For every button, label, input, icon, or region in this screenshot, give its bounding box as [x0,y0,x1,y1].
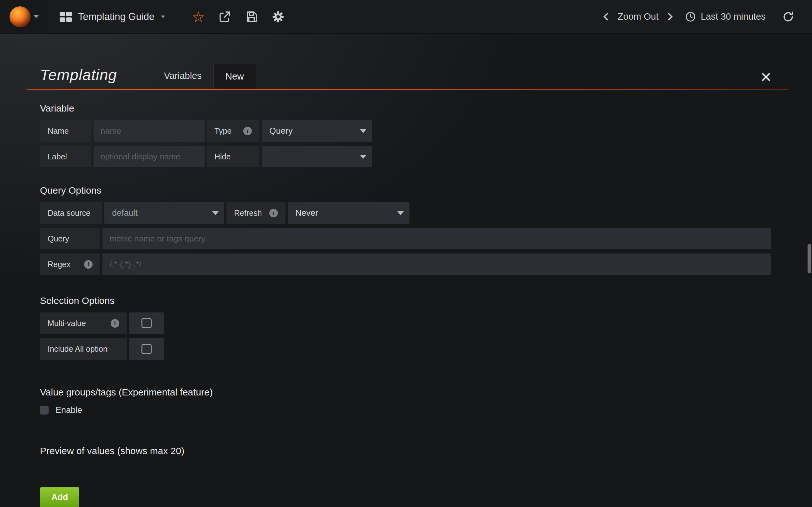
dashboard-grid-icon [60,12,72,22]
preview-section: Preview of values (shows max 20) [40,446,771,456]
hide-label: Hide [207,146,259,167]
navbar-actions: ☆ [177,0,299,33]
time-shift-right-icon[interactable] [665,13,673,20]
dashboard-picker[interactable]: Templating Guide [48,0,177,33]
info-icon[interactable]: i [243,127,252,135]
chevron-down-icon [34,15,39,18]
navbar-time-controls: Zoom Out Last 30 minutes [605,0,812,33]
type-label-text: Type [214,126,232,135]
chevron-down-icon [360,155,366,159]
grafana-logo-icon [9,6,31,27]
include-all-checkbox[interactable] [129,338,164,360]
multi-value-checkbox[interactable] [129,313,164,334]
chevron-down-icon [161,15,165,18]
datasource-row: Data source default Refresh i Never [40,202,771,224]
refresh-select-value: Never [295,208,318,218]
zoom-group: Zoom Out [605,11,671,22]
preview-heading: Preview of values (shows max 20) [40,446,771,456]
close-icon[interactable] [761,72,771,89]
save-icon[interactable] [242,8,261,26]
info-icon[interactable]: i [84,260,93,269]
type-select[interactable]: Query [262,120,372,142]
selection-options-section: Selection Options Multi-value i Include … [40,295,771,360]
multi-value-label-text: Multi-value [48,319,86,328]
datasource-select-value: default [112,208,138,218]
editor-header: Templating Variables New [40,64,771,89]
star-icon[interactable]: ☆ [189,8,207,26]
tab-new[interactable]: New [213,64,256,89]
label-label: Label [40,146,91,167]
page-title: Templating [40,66,117,89]
chevron-down-icon [397,211,404,215]
datasource-label: Data source [40,202,102,224]
regex-label-text: Regex [48,260,70,269]
zoom-out-button[interactable]: Zoom Out [618,11,658,22]
label-input[interactable] [94,146,205,167]
variable-section: Variable Name Type i Query Label Hide [40,103,771,167]
query-input[interactable] [102,228,771,249]
time-range-picker[interactable]: Last 30 minutes [685,11,766,22]
multi-value-row: Multi-value i [40,313,771,334]
chevron-down-icon [360,129,366,133]
query-label: Query [40,228,100,249]
refresh-label: Refresh i [226,202,286,224]
name-input[interactable] [94,120,205,142]
chevron-down-icon [212,211,218,215]
variable-row-2: Label Hide [40,146,771,167]
query-options-section: Query Options Data source default Refres… [40,185,771,275]
templating-editor: Templating Variables New Variable Name T… [0,34,812,507]
query-row: Query [40,228,771,249]
time-shift-left-icon[interactable] [604,13,611,20]
star-glyph: ☆ [192,9,205,24]
refresh-label-text: Refresh [234,209,262,218]
datasource-select[interactable]: default [104,202,224,224]
checkbox-icon [142,318,152,328]
type-select-value: Query [269,126,293,136]
checkbox-icon [142,344,152,354]
regex-row: Regex i [40,253,771,275]
info-icon[interactable]: i [269,209,278,217]
info-icon[interactable]: i [111,319,119,328]
enable-row: Enable [40,405,771,415]
editor-tabs: Variables New [153,64,256,89]
include-all-row: Include All option [40,338,771,360]
selection-options-heading: Selection Options [40,295,771,306]
type-label: Type i [207,120,259,142]
include-all-label: Include All option [40,338,127,360]
regex-input[interactable] [102,253,771,275]
add-button[interactable]: Add [40,487,79,507]
settings-gear-icon[interactable] [269,8,287,26]
multi-value-label: Multi-value i [40,313,127,334]
value-groups-section: Value groups/tags (Experimental feature)… [40,387,771,415]
accent-divider [27,89,788,90]
clock-icon [685,11,696,22]
top-navbar: Templating Guide ☆ [0,0,812,34]
variable-heading: Variable [40,103,771,114]
time-range-label: Last 30 minutes [701,11,766,22]
variable-row-1: Name Type i Query [40,120,771,142]
share-icon[interactable] [216,8,234,26]
regex-label: Regex i [40,253,100,275]
grafana-logo-menu[interactable] [0,0,48,33]
query-options-heading: Query Options [40,185,771,196]
dashboard-title: Templating Guide [78,11,154,22]
enable-checkbox[interactable] [40,406,49,414]
scrollbar-thumb[interactable] [808,244,811,273]
refresh-icon[interactable] [779,8,798,26]
hide-select[interactable] [262,146,372,167]
tab-variables[interactable]: Variables [153,71,213,89]
name-label: Name [40,120,91,142]
value-groups-heading: Value groups/tags (Experimental feature) [40,387,771,398]
enable-label: Enable [55,405,82,415]
refresh-select[interactable]: Never [288,202,409,224]
